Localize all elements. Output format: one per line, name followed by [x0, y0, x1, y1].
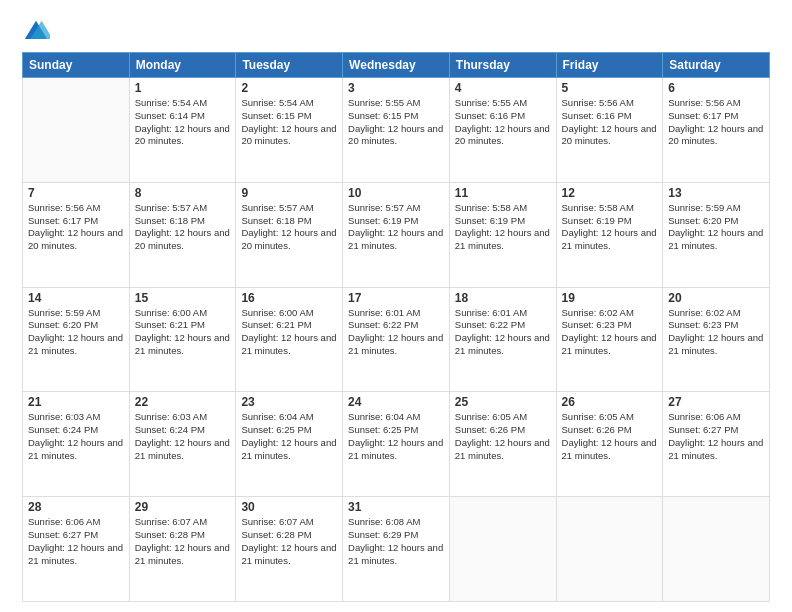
- day-cell: 28Sunrise: 6:06 AM Sunset: 6:27 PM Dayli…: [23, 497, 130, 602]
- day-cell: 3Sunrise: 5:55 AM Sunset: 6:15 PM Daylig…: [343, 78, 450, 183]
- day-number: 14: [28, 291, 124, 305]
- day-number: 24: [348, 395, 444, 409]
- day-cell: [663, 497, 770, 602]
- week-row-2: 7Sunrise: 5:56 AM Sunset: 6:17 PM Daylig…: [23, 182, 770, 287]
- day-info: Sunrise: 6:01 AM Sunset: 6:22 PM Dayligh…: [348, 307, 444, 358]
- day-info: Sunrise: 5:59 AM Sunset: 6:20 PM Dayligh…: [28, 307, 124, 358]
- day-number: 8: [135, 186, 231, 200]
- day-info: Sunrise: 6:07 AM Sunset: 6:28 PM Dayligh…: [241, 516, 337, 567]
- day-cell: 6Sunrise: 5:56 AM Sunset: 6:17 PM Daylig…: [663, 78, 770, 183]
- day-number: 17: [348, 291, 444, 305]
- day-info: Sunrise: 6:02 AM Sunset: 6:23 PM Dayligh…: [668, 307, 764, 358]
- day-number: 13: [668, 186, 764, 200]
- day-cell: 29Sunrise: 6:07 AM Sunset: 6:28 PM Dayli…: [129, 497, 236, 602]
- day-cell: 14Sunrise: 5:59 AM Sunset: 6:20 PM Dayli…: [23, 287, 130, 392]
- day-number: 3: [348, 81, 444, 95]
- day-cell: [449, 497, 556, 602]
- day-cell: [23, 78, 130, 183]
- day-info: Sunrise: 6:05 AM Sunset: 6:26 PM Dayligh…: [562, 411, 658, 462]
- day-info: Sunrise: 5:54 AM Sunset: 6:15 PM Dayligh…: [241, 97, 337, 148]
- day-number: 29: [135, 500, 231, 514]
- day-cell: 7Sunrise: 5:56 AM Sunset: 6:17 PM Daylig…: [23, 182, 130, 287]
- header-row: SundayMondayTuesdayWednesdayThursdayFrid…: [23, 53, 770, 78]
- day-info: Sunrise: 5:59 AM Sunset: 6:20 PM Dayligh…: [668, 202, 764, 253]
- day-number: 31: [348, 500, 444, 514]
- day-cell: 1Sunrise: 5:54 AM Sunset: 6:14 PM Daylig…: [129, 78, 236, 183]
- day-number: 5: [562, 81, 658, 95]
- day-info: Sunrise: 6:07 AM Sunset: 6:28 PM Dayligh…: [135, 516, 231, 567]
- logo: [22, 18, 54, 46]
- day-info: Sunrise: 6:04 AM Sunset: 6:25 PM Dayligh…: [348, 411, 444, 462]
- col-header-sunday: Sunday: [23, 53, 130, 78]
- day-cell: 9Sunrise: 5:57 AM Sunset: 6:18 PM Daylig…: [236, 182, 343, 287]
- day-cell: 16Sunrise: 6:00 AM Sunset: 6:21 PM Dayli…: [236, 287, 343, 392]
- day-number: 4: [455, 81, 551, 95]
- header: [22, 18, 770, 46]
- day-cell: 13Sunrise: 5:59 AM Sunset: 6:20 PM Dayli…: [663, 182, 770, 287]
- col-header-saturday: Saturday: [663, 53, 770, 78]
- day-number: 20: [668, 291, 764, 305]
- day-info: Sunrise: 5:55 AM Sunset: 6:15 PM Dayligh…: [348, 97, 444, 148]
- day-number: 18: [455, 291, 551, 305]
- day-info: Sunrise: 6:03 AM Sunset: 6:24 PM Dayligh…: [135, 411, 231, 462]
- day-number: 7: [28, 186, 124, 200]
- day-cell: 10Sunrise: 5:57 AM Sunset: 6:19 PM Dayli…: [343, 182, 450, 287]
- day-cell: 15Sunrise: 6:00 AM Sunset: 6:21 PM Dayli…: [129, 287, 236, 392]
- col-header-thursday: Thursday: [449, 53, 556, 78]
- day-cell: 30Sunrise: 6:07 AM Sunset: 6:28 PM Dayli…: [236, 497, 343, 602]
- day-number: 12: [562, 186, 658, 200]
- day-cell: 18Sunrise: 6:01 AM Sunset: 6:22 PM Dayli…: [449, 287, 556, 392]
- day-number: 15: [135, 291, 231, 305]
- day-number: 27: [668, 395, 764, 409]
- day-info: Sunrise: 6:02 AM Sunset: 6:23 PM Dayligh…: [562, 307, 658, 358]
- day-info: Sunrise: 5:58 AM Sunset: 6:19 PM Dayligh…: [562, 202, 658, 253]
- day-cell: 2Sunrise: 5:54 AM Sunset: 6:15 PM Daylig…: [236, 78, 343, 183]
- day-number: 10: [348, 186, 444, 200]
- day-cell: 17Sunrise: 6:01 AM Sunset: 6:22 PM Dayli…: [343, 287, 450, 392]
- day-info: Sunrise: 6:00 AM Sunset: 6:21 PM Dayligh…: [135, 307, 231, 358]
- day-cell: 5Sunrise: 5:56 AM Sunset: 6:16 PM Daylig…: [556, 78, 663, 183]
- logo-icon: [22, 18, 50, 46]
- col-header-wednesday: Wednesday: [343, 53, 450, 78]
- day-number: 26: [562, 395, 658, 409]
- day-number: 2: [241, 81, 337, 95]
- day-cell: 25Sunrise: 6:05 AM Sunset: 6:26 PM Dayli…: [449, 392, 556, 497]
- col-header-tuesday: Tuesday: [236, 53, 343, 78]
- day-cell: [556, 497, 663, 602]
- day-info: Sunrise: 6:06 AM Sunset: 6:27 PM Dayligh…: [668, 411, 764, 462]
- week-row-1: 1Sunrise: 5:54 AM Sunset: 6:14 PM Daylig…: [23, 78, 770, 183]
- day-cell: 19Sunrise: 6:02 AM Sunset: 6:23 PM Dayli…: [556, 287, 663, 392]
- day-cell: 23Sunrise: 6:04 AM Sunset: 6:25 PM Dayli…: [236, 392, 343, 497]
- day-info: Sunrise: 5:55 AM Sunset: 6:16 PM Dayligh…: [455, 97, 551, 148]
- day-cell: 12Sunrise: 5:58 AM Sunset: 6:19 PM Dayli…: [556, 182, 663, 287]
- day-cell: 20Sunrise: 6:02 AM Sunset: 6:23 PM Dayli…: [663, 287, 770, 392]
- day-number: 25: [455, 395, 551, 409]
- day-info: Sunrise: 5:57 AM Sunset: 6:19 PM Dayligh…: [348, 202, 444, 253]
- day-number: 23: [241, 395, 337, 409]
- week-row-3: 14Sunrise: 5:59 AM Sunset: 6:20 PM Dayli…: [23, 287, 770, 392]
- day-info: Sunrise: 6:05 AM Sunset: 6:26 PM Dayligh…: [455, 411, 551, 462]
- day-number: 22: [135, 395, 231, 409]
- day-info: Sunrise: 5:56 AM Sunset: 6:17 PM Dayligh…: [668, 97, 764, 148]
- day-info: Sunrise: 6:04 AM Sunset: 6:25 PM Dayligh…: [241, 411, 337, 462]
- day-info: Sunrise: 5:56 AM Sunset: 6:16 PM Dayligh…: [562, 97, 658, 148]
- day-info: Sunrise: 5:57 AM Sunset: 6:18 PM Dayligh…: [135, 202, 231, 253]
- week-row-4: 21Sunrise: 6:03 AM Sunset: 6:24 PM Dayli…: [23, 392, 770, 497]
- day-cell: 27Sunrise: 6:06 AM Sunset: 6:27 PM Dayli…: [663, 392, 770, 497]
- day-cell: 24Sunrise: 6:04 AM Sunset: 6:25 PM Dayli…: [343, 392, 450, 497]
- col-header-friday: Friday: [556, 53, 663, 78]
- week-row-5: 28Sunrise: 6:06 AM Sunset: 6:27 PM Dayli…: [23, 497, 770, 602]
- page: SundayMondayTuesdayWednesdayThursdayFrid…: [0, 0, 792, 612]
- day-info: Sunrise: 5:58 AM Sunset: 6:19 PM Dayligh…: [455, 202, 551, 253]
- calendar: SundayMondayTuesdayWednesdayThursdayFrid…: [22, 52, 770, 602]
- day-info: Sunrise: 5:56 AM Sunset: 6:17 PM Dayligh…: [28, 202, 124, 253]
- day-cell: 21Sunrise: 6:03 AM Sunset: 6:24 PM Dayli…: [23, 392, 130, 497]
- day-cell: 4Sunrise: 5:55 AM Sunset: 6:16 PM Daylig…: [449, 78, 556, 183]
- day-info: Sunrise: 6:01 AM Sunset: 6:22 PM Dayligh…: [455, 307, 551, 358]
- day-number: 21: [28, 395, 124, 409]
- day-number: 6: [668, 81, 764, 95]
- day-cell: 22Sunrise: 6:03 AM Sunset: 6:24 PM Dayli…: [129, 392, 236, 497]
- day-number: 16: [241, 291, 337, 305]
- day-number: 11: [455, 186, 551, 200]
- day-cell: 8Sunrise: 5:57 AM Sunset: 6:18 PM Daylig…: [129, 182, 236, 287]
